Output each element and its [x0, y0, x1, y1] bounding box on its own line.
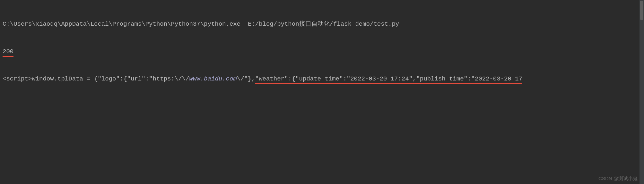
vertical-scrollbar[interactable] [640, 0, 644, 184]
script-output-line: <script>window.tplData = {"logo":{"url":… [3, 74, 641, 84]
script-path: E:/blog/python接口自动化/flask_demo/test.py [248, 21, 399, 28]
json-prefix: <script>window.tplData = {"logo":{"url":… [3, 75, 189, 82]
command-line: C:\Users\xiaoqq\AppData\Local\Programs\P… [3, 20, 641, 29]
console-output: C:\Users\xiaoqq\AppData\Local\Programs\P… [0, 0, 644, 184]
python-exe-path: C:\Users\xiaoqq\AppData\Local\Programs\P… [3, 21, 240, 28]
json-after-link: \/"}, [237, 75, 255, 82]
blank-space [3, 102, 641, 175]
scrollbar-thumb[interactable] [640, 1, 643, 20]
status-line: 200 [3, 47, 641, 56]
url-link[interactable]: www.baidu.com [189, 75, 237, 82]
watermark: CSDN @测试小鬼 [598, 175, 638, 182]
status-code: 200 [3, 47, 13, 56]
weather-json: "weather":{"update_time":"2022-03-20 17:… [255, 74, 522, 84]
